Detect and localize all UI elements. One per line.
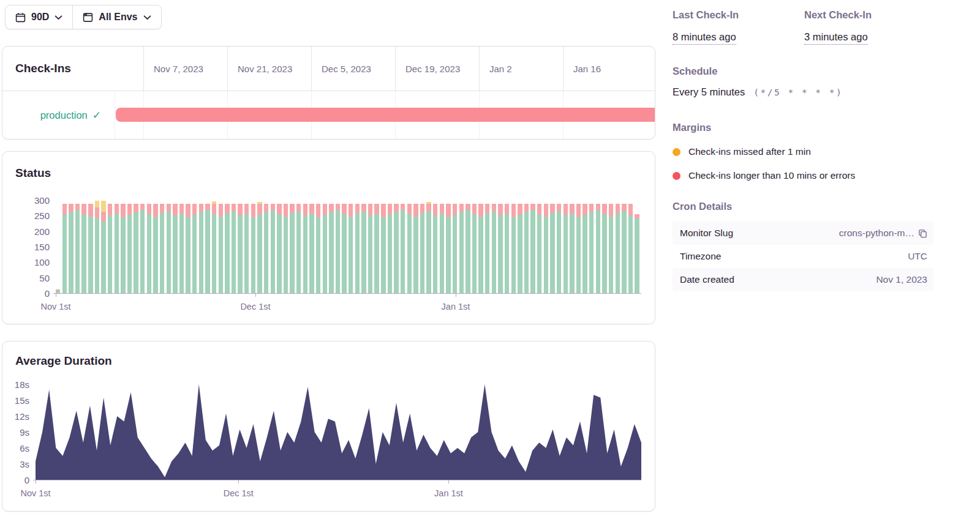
schedule-value: Every 5 minutes: [673, 86, 745, 98]
status-bar-segment: [368, 215, 372, 293]
status-bar-segment: [81, 214, 86, 293]
status-bar-segment: [576, 217, 581, 293]
status-bar-segment: [498, 204, 502, 216]
status-bar-segment: [277, 214, 281, 293]
status-bar-segment: [75, 210, 80, 293]
status-bar-segment: [88, 204, 92, 217]
status-y-tick: 150: [13, 242, 50, 252]
status-bar-segment: [316, 217, 320, 293]
status-x-tick-label: Nov 1st: [40, 302, 70, 311]
status-bar-segment: [212, 204, 216, 214]
duration-chart: 18s15s12s9s6s3s0Nov 1stDec 1stJan 1st: [2, 341, 655, 511]
next-checkin-block: Next Check-In 3 minutes ago: [804, 9, 936, 45]
status-bar-segment: [101, 222, 105, 293]
status-bar-segment: [544, 217, 548, 293]
status-bar-segment: [192, 215, 197, 293]
status-bar-segment: [446, 217, 450, 293]
status-bar-segment: [576, 204, 581, 218]
status-bar-segment: [589, 204, 594, 212]
duration-x-tick-label: Jan 1st: [434, 488, 463, 498]
status-bar-segment: [95, 201, 99, 207]
status-bar-segment: [550, 204, 554, 213]
date-range-dropdown[interactable]: 90D: [6, 6, 72, 29]
duration-x-axis: [33, 480, 641, 480]
cron-detail-row: Monitor Slugcrons-python-m…: [673, 222, 933, 245]
status-bar-segment: [160, 213, 164, 293]
status-bar-segment: [368, 204, 372, 216]
margins-legend-item: Check-ins longer than 10 mins or errors: [673, 170, 936, 181]
status-bar-segment: [485, 213, 489, 293]
duration-y-tick: 12s: [0, 411, 29, 422]
status-bar-segment: [635, 214, 639, 219]
cron-expression: (*/5 * * * *): [753, 88, 843, 97]
status-bar-segment: [505, 204, 509, 214]
status-bar-segment: [147, 214, 151, 293]
cron-detail-row: Date createdNov 1, 2023: [673, 268, 933, 291]
status-bar-segment: [426, 204, 431, 211]
status-bar-segment: [284, 217, 288, 293]
status-bar-segment: [186, 204, 190, 218]
status-bar-segment: [115, 214, 119, 293]
status-bar-segment: [544, 204, 548, 217]
status-bar-segment: [602, 214, 606, 293]
status-bar-segment: [108, 204, 112, 216]
status-bar-segment: [478, 204, 483, 217]
status-bar-segment: [244, 204, 249, 214]
schedule-block: Schedule Every 5 minutes (*/5 * * * *): [673, 65, 843, 98]
status-bar-segment: [401, 210, 405, 293]
copy-icon[interactable]: [918, 229, 927, 238]
status-x-tickmark: [56, 294, 56, 297]
last-checkin-value: 8 minutes ago: [673, 31, 736, 45]
cron-detail-key: Monitor Slug: [680, 228, 733, 239]
checkins-date-label: Jan 16: [573, 64, 601, 74]
details-sidebar: Last Check-In 8 minutes ago Next Check-I…: [673, 0, 936, 522]
status-bar-segment: [472, 204, 477, 214]
cron-detail-value: UTC: [908, 251, 927, 262]
status-bar-segment: [459, 204, 464, 212]
status-bar-segment: [446, 204, 450, 218]
status-chart: 300250200150100500Nov 1stDec 1stJan 1st: [2, 152, 655, 324]
status-bar-segment: [264, 204, 268, 212]
status-bar-segment: [329, 212, 333, 293]
duration-panel: Average Duration 18s15s12s9s6s3s0Nov 1st…: [2, 341, 655, 512]
status-bar-segment: [212, 201, 216, 204]
status-bar-segment: [355, 213, 360, 293]
status-bar-segment: [257, 202, 262, 204]
window-icon: [83, 12, 93, 23]
status-bar-segment: [56, 289, 60, 291]
status-bar-segment: [478, 217, 483, 293]
status-bar-segment: [264, 212, 268, 293]
status-bar-segment: [303, 204, 307, 216]
cron-detail-value: crons-python-m…: [839, 228, 927, 239]
status-bar-segment: [433, 204, 437, 216]
cron-detail-key: Timezone: [680, 251, 721, 262]
status-bar-segment: [115, 204, 119, 214]
status-bar-segment: [251, 204, 255, 218]
status-bar-segment: [309, 214, 314, 293]
status-bar-segment: [127, 215, 132, 293]
status-bar-segment: [426, 202, 431, 204]
checkins-date-label: Nov 21, 2023: [238, 64, 292, 74]
status-bar-segment: [277, 204, 281, 214]
status-bar-segment: [329, 204, 333, 212]
environment-dropdown[interactable]: All Envs: [73, 6, 160, 29]
cron-detail-value-text: crons-python-m…: [839, 228, 914, 239]
margins-heading: Margins: [673, 122, 936, 133]
status-bar-segment: [453, 204, 457, 215]
checkins-gridline: [563, 47, 564, 91]
status-bar-segment: [511, 204, 516, 218]
status-bar-segment: [121, 217, 125, 293]
status-bar-segment: [232, 211, 236, 293]
status-bar-segment: [518, 215, 522, 293]
status-bar-segment: [167, 204, 171, 211]
status-bar-segment: [179, 214, 184, 293]
status-bar-segment: [160, 204, 164, 213]
status-bar-segment: [628, 204, 633, 216]
status-bar-segment: [596, 204, 600, 211]
status-bar-segment: [186, 217, 190, 293]
status-bar-segment: [238, 204, 242, 216]
environment-row-label[interactable]: production ✓: [2, 91, 115, 139]
status-bar-segment: [361, 204, 366, 211]
status-bar-segment: [550, 213, 554, 293]
status-bar-segment: [296, 211, 301, 293]
